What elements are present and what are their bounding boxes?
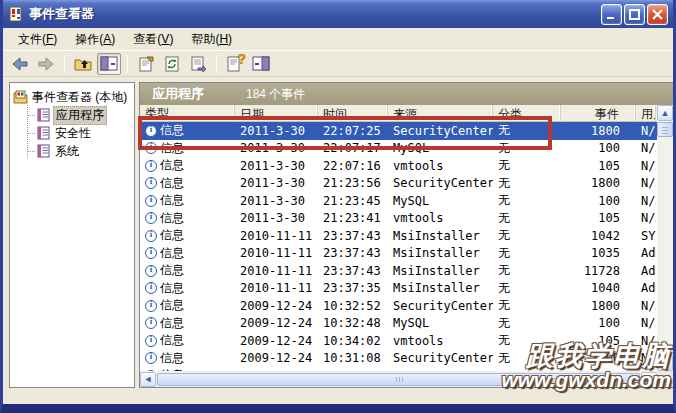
properties-icon — [137, 56, 155, 72]
cell-source: MySQL — [388, 141, 493, 155]
table-row[interactable]: 信息2009-12-2410:32:48MySQL无100N/A — [140, 315, 657, 333]
properties-button[interactable] — [134, 53, 158, 75]
information-icon — [145, 212, 157, 224]
horizontal-scrollbar[interactable]: ◄ ► — [140, 371, 657, 387]
cell-event: 1040 — [561, 281, 636, 295]
vertical-scrollbar-thumb[interactable] — [657, 122, 673, 137]
column-header-3[interactable]: 时间 — [318, 105, 388, 121]
column-header-2[interactable]: 日期 — [235, 105, 318, 121]
table-row[interactable]: 信息2010-11-1123:37:43MsiInstaller无1035Adm… — [140, 245, 657, 263]
cell-event: 105 — [561, 211, 636, 225]
column-header-row: 类型日期时间来源分类事件用户 — [140, 105, 657, 122]
cell-user: N/A — [636, 299, 656, 313]
up-one-level-button[interactable] — [71, 53, 95, 75]
help-button[interactable] — [223, 53, 247, 75]
cell-source: SecurityCenter — [388, 351, 493, 365]
cell-time: 10:32:48 — [318, 316, 388, 330]
menu-item[interactable]: 查看(V) — [124, 28, 182, 51]
tree-item-label: 系统 — [53, 143, 81, 160]
event-viewer-window: 事件查看器 文件(F)操作(A)查看(V)帮助(H) — [0, 0, 676, 413]
cell-type: 信息 — [160, 280, 184, 297]
forward-icon — [37, 56, 55, 72]
table-row[interactable]: 信息2009-12-2410:32:52SecurityCenter无1800N… — [140, 297, 657, 315]
horizontal-scrollbar-thumb[interactable] — [157, 373, 640, 386]
cell-category: 无 — [493, 262, 561, 279]
column-header-7[interactable]: 用户 — [636, 105, 656, 121]
menu-bar: 文件(F)操作(A)查看(V)帮助(H) — [3, 28, 673, 50]
cell-event: 105 — [561, 334, 636, 348]
result-pane-header: 应用程序 184 个事件 — [140, 83, 674, 105]
cell-type: 信息 — [160, 175, 184, 192]
table-row[interactable]: 信息2010-11-1123:37:35MsiInstaller无1040Adm… — [140, 280, 657, 298]
cell-user: N/A — [636, 334, 656, 348]
vertical-scrollbar[interactable]: ▲ ▼ — [657, 105, 674, 371]
cell-category: 无 — [493, 192, 561, 209]
table-row[interactable]: 信息2011-3-3022:07:17MySQL无100N/A — [140, 140, 657, 158]
cell-user: Administrator — [636, 281, 656, 295]
show-hide-panel-button[interactable] — [249, 53, 273, 75]
tree-item-安全性[interactable]: 安全性 — [27, 124, 132, 142]
cell-category: 无 — [493, 175, 561, 192]
cell-event: 11728 — [561, 264, 636, 278]
back-button[interactable] — [8, 53, 32, 75]
column-header-6[interactable]: 事件 — [561, 105, 636, 121]
cell-time: 23:37:43 — [318, 246, 388, 260]
information-icon — [145, 177, 157, 189]
information-icon — [145, 317, 157, 329]
cell-user: Administrator — [636, 246, 656, 260]
table-row[interactable]: 信息2011-3-3021:23:41vmtools无105N/A — [140, 210, 657, 228]
scroll-right-button[interactable]: ► — [641, 372, 657, 387]
close-button[interactable] — [647, 4, 668, 25]
back-icon — [11, 56, 29, 72]
export-list-button[interactable] — [186, 53, 210, 75]
cell-event: 105 — [561, 159, 636, 173]
cell-time: 21:23:56 — [318, 176, 388, 190]
cell-category: 无 — [493, 315, 561, 332]
export-list-icon — [189, 56, 207, 72]
table-row[interactable]: 信息2010-11-1123:37:43MsiInstaller无1042SYS… — [140, 227, 657, 245]
cell-time: 23:37:35 — [318, 281, 388, 295]
help-icon — [226, 56, 244, 72]
menu-item[interactable]: 操作(A) — [66, 28, 124, 51]
event-list: 类型日期时间来源分类事件用户 信息2011-3-3022:07:25Securi… — [140, 105, 657, 371]
cell-event: 1035 — [561, 246, 636, 260]
show-hide-tree-button[interactable] — [97, 53, 121, 75]
refresh-button[interactable] — [160, 53, 184, 75]
table-row[interactable]: 信息2011-3-3021:23:56SecurityCenter无1800N/… — [140, 175, 657, 193]
tree-root-event-viewer[interactable]: 事件查看器 (本地) — [13, 88, 132, 106]
scrollbar-corner — [657, 371, 674, 387]
cell-date: 2010-11-11 — [235, 281, 318, 295]
cell-user: N/A — [636, 159, 656, 173]
menu-item[interactable]: 文件(F) — [9, 28, 66, 51]
table-row[interactable]: 信息2009-12-2410:31:08SecurityCenter无1800N… — [140, 350, 657, 368]
table-row[interactable]: 信息2011-3-3022:07:25SecurityCenter无1800N/… — [140, 122, 657, 140]
column-header-5[interactable]: 分类 — [493, 105, 561, 121]
column-header-1[interactable]: 类型 — [140, 105, 235, 121]
column-header-4[interactable]: 来源 — [388, 105, 493, 121]
cell-source: MySQL — [388, 194, 493, 208]
table-row[interactable]: 信息2011-3-3022:07:16vmtools无105N/A — [140, 157, 657, 175]
cell-time: 23:37:43 — [318, 229, 388, 243]
information-icon — [145, 265, 157, 277]
cell-user: N/A — [636, 211, 656, 225]
event-count: 184 个事件 — [246, 86, 305, 103]
tree-item-系统[interactable]: 系统 — [27, 142, 132, 160]
forward-button[interactable] — [34, 53, 58, 75]
table-row[interactable]: 信息2011-3-3021:23:45MySQL无100N/A — [140, 192, 657, 210]
scroll-left-button[interactable]: ◄ — [140, 372, 156, 387]
menu-item[interactable]: 帮助(H) — [182, 28, 241, 51]
cell-type: 信息 — [160, 315, 184, 332]
information-icon — [145, 195, 157, 207]
minimize-button[interactable] — [601, 4, 622, 25]
table-row[interactable]: 信息2010-11-1123:37:43MsiInstaller无11728Ad… — [140, 262, 657, 280]
result-pane-title: 应用程序 — [152, 85, 204, 103]
scroll-up-button[interactable]: ▲ — [657, 105, 673, 121]
tree-item-应用程序[interactable]: 应用程序 — [27, 106, 132, 124]
cell-type: 信息 — [160, 192, 184, 209]
table-row[interactable]: 信息2009-12-2410:34:02vmtools无105N/A — [140, 332, 657, 350]
maximize-button[interactable] — [624, 4, 645, 25]
cell-date: 2011-3-30 — [235, 124, 318, 138]
scroll-down-button[interactable]: ▼ — [657, 355, 673, 371]
cell-time: 21:23:41 — [318, 211, 388, 225]
cell-type: 信息 — [160, 245, 184, 262]
